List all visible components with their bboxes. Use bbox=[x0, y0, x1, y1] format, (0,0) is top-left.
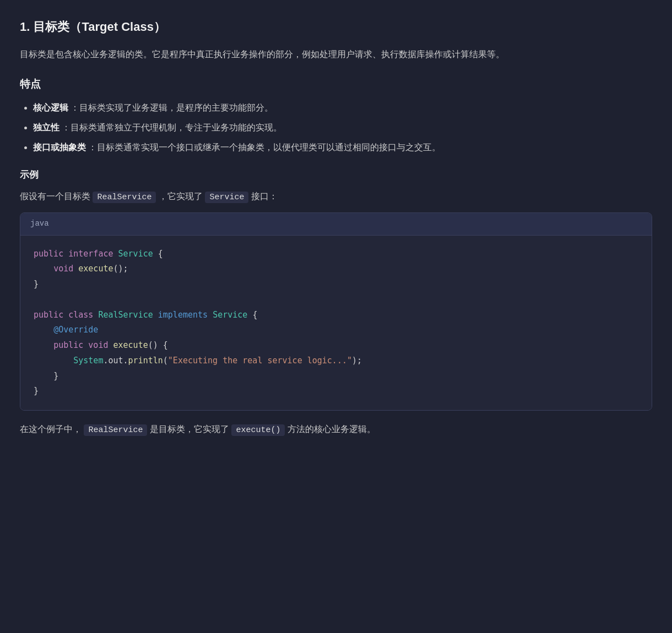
code-block-wrapper: java public interface Service { void exe… bbox=[20, 212, 652, 411]
footer-code-realservice: RealService bbox=[84, 424, 147, 436]
intro-paragraph: 目标类是包含核心业务逻辑的类。它是程序中真正执行业务操作的部分，例如处理用户请求… bbox=[20, 47, 652, 62]
features-list: 核心逻辑 ：目标类实现了业务逻辑，是程序的主要功能部分。 独立性 ：目标类通常独… bbox=[33, 100, 652, 155]
feature-text-2: ：目标类通常独立于代理机制，专注于业务功能的实现。 bbox=[62, 123, 282, 132]
list-item: 独立性 ：目标类通常独立于代理机制，专注于业务功能的实现。 bbox=[33, 120, 652, 135]
inline-code-realservice: RealService bbox=[93, 192, 156, 203]
list-item: 核心逻辑 ：目标类实现了业务逻辑，是程序的主要功能部分。 bbox=[33, 100, 652, 116]
feature-bold-3: 接口或抽象类 bbox=[33, 143, 86, 152]
code-block: public interface Service { void execute(… bbox=[20, 236, 652, 411]
features-heading: 特点 bbox=[20, 75, 652, 93]
feature-bold-2: 独立性 bbox=[33, 123, 59, 132]
inline-code-service: Service bbox=[205, 192, 248, 203]
feature-text-1: ：目标类实现了业务逻辑，是程序的主要功能部分。 bbox=[71, 103, 273, 112]
footer-paragraph: 在这个例子中， RealService 是目标类，它实现了 execute() … bbox=[20, 422, 652, 438]
list-item: 接口或抽象类 ：目标类通常实现一个接口或继承一个抽象类，以便代理类可以通过相同的… bbox=[33, 140, 652, 155]
page-heading: 1. 目标类（Target Class） bbox=[20, 17, 652, 37]
example-heading: 示例 bbox=[20, 167, 652, 183]
code-pre: public interface Service { void execute(… bbox=[34, 247, 638, 400]
feature-bold-1: 核心逻辑 bbox=[33, 103, 68, 112]
example-intro: 假设有一个目标类 RealService ，它实现了 Service 接口： bbox=[20, 189, 652, 205]
footer-code-execute: execute() bbox=[231, 424, 285, 436]
feature-text-3: ：目标类通常实现一个接口或继承一个抽象类，以便代理类可以通过相同的接口与之交互。 bbox=[88, 143, 441, 152]
code-lang-label: java bbox=[20, 213, 652, 236]
